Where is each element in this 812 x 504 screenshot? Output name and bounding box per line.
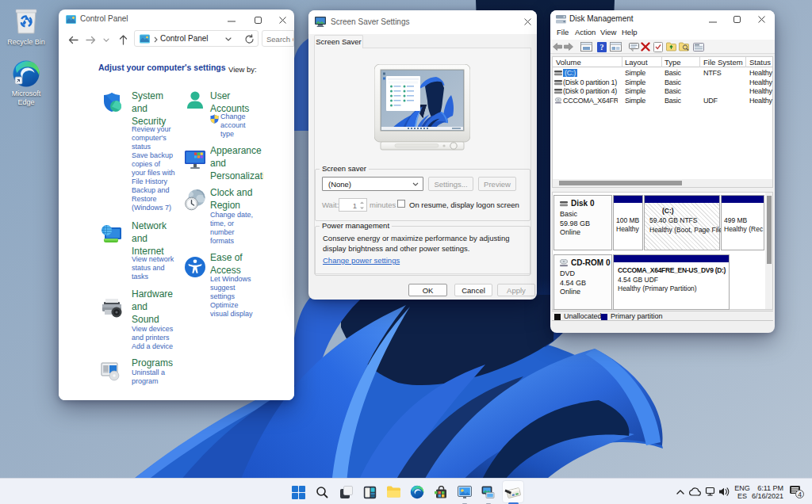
svg-text:4: 4 (798, 490, 802, 498)
svg-text:?: ? (600, 43, 604, 52)
